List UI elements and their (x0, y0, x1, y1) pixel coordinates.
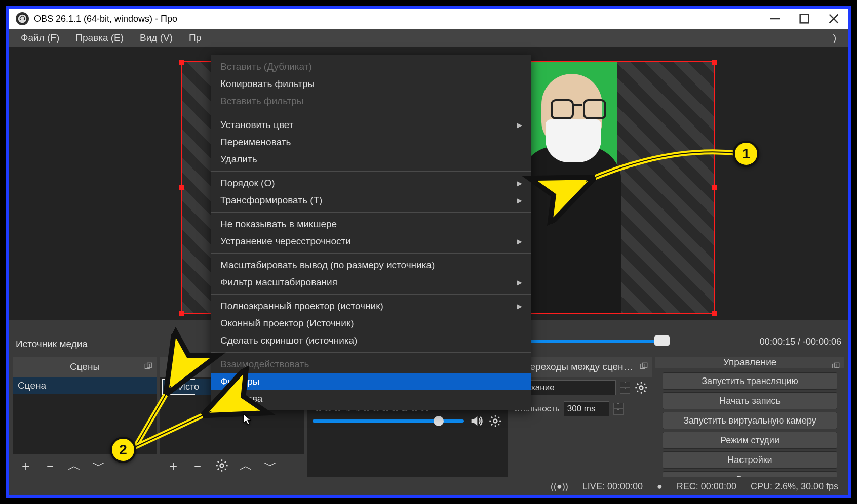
move-up-icon[interactable]: ︿ (67, 458, 82, 473)
chevron-right-icon: ▶ (517, 121, 522, 129)
virtual-camera-button[interactable]: Запустить виртуальную камеру (663, 412, 837, 429)
ctx-paste-duplicate: Вставить (Дубликат) (211, 58, 531, 75)
mouse-cursor-icon (243, 414, 252, 426)
chevron-right-icon: ▶ (517, 237, 522, 245)
add-icon[interactable]: ＋ (166, 458, 180, 473)
rec-indicator-icon: ● (657, 481, 663, 492)
transitions-title: ереходы между сцен… (530, 361, 633, 372)
popout-icon[interactable] (144, 362, 153, 371)
annotation-number: 2 (110, 437, 136, 463)
remove-icon[interactable]: － (43, 458, 57, 473)
rec-status: REC: 00:00:00 (677, 481, 736, 492)
menu-tail: ) (825, 30, 844, 46)
add-icon[interactable]: ＋ (19, 458, 33, 473)
move-up-icon[interactable]: ︿ (239, 458, 253, 473)
svg-point-12 (640, 386, 643, 390)
annotation-badge-2: 2 (110, 437, 136, 463)
menu-view[interactable]: Вид (V) (132, 30, 181, 46)
transition-spin[interactable]: ˄˅ (620, 382, 630, 394)
gear-icon[interactable] (634, 381, 648, 395)
ctx-filters[interactable]: Фильтры (211, 373, 531, 390)
maximize-button[interactable] (790, 9, 819, 29)
duration-spin[interactable]: ˄˅ (613, 403, 624, 415)
start-recording-button[interactable]: Начать запись (663, 392, 837, 409)
media-time: 00:00:15 / -00:00:06 (760, 337, 841, 347)
ctx-window-projector[interactable]: Оконный проектор (Источник) (211, 315, 531, 332)
app-window: OBS 26.1.1 (64-bit, windows) - Про Файл … (6, 6, 851, 498)
volume-thumb[interactable] (434, 416, 444, 426)
ctx-fullscreen-projector[interactable]: Полноэкранный проектор (источник)▶ (211, 298, 531, 315)
close-button[interactable] (819, 9, 848, 29)
remove-icon[interactable]: － (190, 458, 205, 473)
move-down-icon[interactable]: ﹀ (92, 458, 106, 473)
media-source-label: Источник медиа (16, 339, 88, 350)
annotation-arrow-2 (125, 371, 226, 452)
speaker-icon[interactable] (469, 414, 483, 428)
window-title: OBS 26.1.1 (64-bit, windows) - Про (34, 14, 177, 24)
main-area: Источник медиа 00:00:15 / -00:00:06 Сцен… (9, 47, 848, 495)
popout-icon[interactable] (639, 362, 648, 371)
gear-icon[interactable] (215, 458, 229, 473)
ctx-hide-mixer[interactable]: Не показывать в микшере (211, 216, 531, 233)
obs-logo-icon (16, 12, 29, 25)
duration-input[interactable]: 300 ms (564, 401, 609, 416)
move-down-icon[interactable]: ﹀ (263, 458, 278, 473)
ctx-deinterlace[interactable]: Устранение чересстрочности▶ (211, 233, 531, 250)
live-icon: ((●)) (551, 481, 568, 492)
ctx-scale-filter[interactable]: Фильтр масштабирования▶ (211, 274, 531, 291)
sources-toolbar: ＋ － ︿ ﹀ (160, 454, 304, 477)
source-context-menu: Вставить (Дубликат) Копировать фильтры В… (211, 55, 531, 410)
annotation-arrow-1 (576, 136, 743, 201)
svg-rect-2 (800, 15, 809, 23)
controls-title: Управление (723, 357, 777, 368)
menu-truncated[interactable]: Пр (181, 30, 209, 46)
menu-edit[interactable]: Правка (E) (67, 30, 132, 46)
start-streaming-button[interactable]: Запустить трансляцию (663, 372, 837, 390)
annotation-badge-1: 1 (733, 141, 759, 167)
volume-slider[interactable] (313, 419, 464, 423)
menu-file[interactable]: Файл (F) (13, 30, 67, 46)
transitions-panel: ереходы между сцен… атухание ˄˅ ительнос… (511, 357, 652, 477)
titlebar: OBS 26.1.1 (64-bit, windows) - Про (9, 9, 848, 29)
ctx-set-color[interactable]: Установить цвет▶ (211, 116, 531, 134)
annotation-number: 1 (733, 141, 759, 167)
ctx-properties[interactable]: Свойства (211, 390, 531, 407)
studio-mode-button[interactable]: Режим студии (663, 432, 837, 449)
chevron-right-icon: ▶ (517, 278, 522, 286)
cpu-status: CPU: 2.6%, 30.00 fps (751, 481, 838, 492)
gear-icon[interactable] (488, 414, 502, 428)
ctx-screenshot[interactable]: Сделать скриншот (источника) (211, 332, 531, 349)
controls-panel: Управление Запустить трансляцию Начать з… (655, 357, 844, 477)
ctx-transform[interactable]: Трансформировать (T)▶ (211, 192, 531, 209)
ctx-scale-output[interactable]: Масштабировать вывод (по размеру источни… (211, 257, 531, 274)
chevron-right-icon: ▶ (517, 179, 522, 187)
ctx-copy-filters[interactable]: Копировать фильтры (211, 75, 531, 93)
transitions-header: ереходы между сцен… (511, 357, 652, 377)
media-seek-thumb[interactable] (654, 335, 670, 346)
settings-button[interactable]: Настройки (663, 451, 837, 469)
statusbar: ((●)) LIVE: 00:00:00 ● REC: 00:00:00 CPU… (9, 477, 848, 495)
svg-point-9 (494, 419, 497, 423)
chevron-right-icon: ▶ (517, 302, 522, 310)
ctx-paste-filters: Вставить фильтры (211, 93, 531, 110)
controls-header: Управление (655, 357, 844, 368)
menubar: Файл (F) Правка (E) Вид (V) Пр ) (9, 29, 848, 47)
ctx-rename[interactable]: Переименовать (211, 134, 531, 151)
scenes-title: Сцены (70, 361, 100, 372)
chevron-right-icon: ▶ (517, 196, 522, 204)
ctx-order[interactable]: Порядок (O)▶ (211, 175, 531, 192)
ctx-remove[interactable]: Удалить (211, 151, 531, 168)
duration-value: 300 ms (567, 404, 596, 414)
svg-point-8 (220, 464, 224, 468)
live-status: LIVE: 00:00:00 (582, 481, 643, 492)
ctx-interact: Взаимодействовать (211, 356, 531, 373)
minimize-button[interactable] (760, 9, 790, 29)
